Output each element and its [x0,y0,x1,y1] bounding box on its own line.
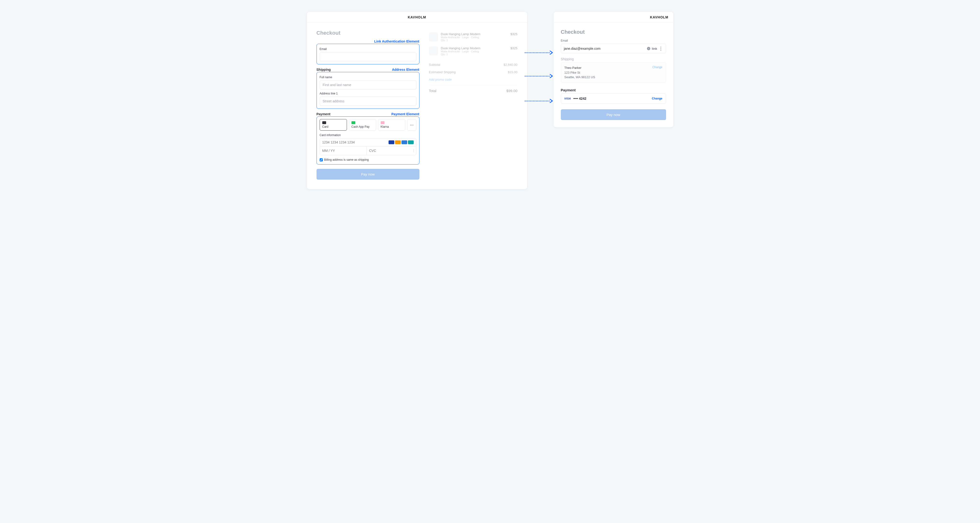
line-item-title: Dusk Hanging Lamp Modern [441,32,508,36]
cvc-input[interactable] [367,146,414,155]
product-thumb [429,32,438,41]
line-item-variant: Matte Anthracite · Large · Ceiling [441,36,508,39]
payment-element: Card Cash App Pay Klarna ⋯ [317,116,419,165]
visa-mark: VISA [565,97,571,100]
payment-summary-box: VISA •••• 4242 Change [561,94,666,103]
line-item-variant: Matte Anthracite · Large · Ceiling [441,50,508,53]
billing-same-checkbox[interactable] [320,158,323,161]
payment-method-card[interactable]: Card [320,119,347,130]
address-element: Full name Address line 1 [317,72,419,109]
line-item: Dusk Hanging Lamp Modern Matte Anthracit… [429,44,517,58]
shipping-label: Shipping [561,57,666,61]
email-label: Email [561,39,666,42]
address1-input[interactable] [320,97,416,106]
shipping-summary-box: Theo Parker 123 Pike St Seattle, WA 9812… [561,62,666,83]
pm-cashapp-label: Cash App Pay [352,125,374,129]
element-tag-payment: Payment Element [391,112,419,116]
line-item-qty: Qty: 1 [441,39,508,41]
order-summary: Dusk Hanging Lamp Modern Matte Anthracit… [429,30,517,180]
checkout-form: Checkout Link Authentication Element Ema… [317,30,419,180]
shipping-section-label: Shipping [317,68,331,72]
total-value: $99.00 [506,89,517,93]
total-label: Total [429,89,437,93]
checkout-preview-panel: KAVHOLM Checkout Email jane.diaz@example… [554,12,673,127]
payment-section-label: Payment [317,112,331,116]
line-item: Dusk Hanging Lamp Modern Matte Anthracit… [429,30,517,44]
card-masked-number: •••• 4242 [573,97,586,100]
shipping-name: Theo Parker [565,65,595,70]
payment-method-klarna[interactable]: Klarna [378,119,405,130]
pay-now-button[interactable]: Pay now [317,169,419,180]
brand-logo: KAVHOLM [307,12,527,23]
shipping-line1: 123 Pike St [565,70,595,75]
visa-icon [388,140,394,144]
checkout-builder-panel: KAVHOLM Checkout Link Authentication Ele… [307,12,527,189]
mapping-arrow-icon [525,98,554,104]
link-brand: link [652,47,657,51]
change-shipping-link[interactable]: Change [652,65,662,69]
payment-method-cashapp[interactable]: Cash App Pay [349,119,376,130]
mapping-arrow-icon [525,50,554,56]
payment-method-more[interactable]: ⋯ [407,119,416,130]
product-thumb [429,46,438,56]
pm-klarna-label: Klarna [381,125,402,129]
shipping-line2: Seattle, WA 98122 US [565,75,595,79]
brand-logo: KAVHOLM [554,12,673,23]
page-title: Checkout [561,29,666,35]
line-item-title: Dusk Hanging Lamp Modern [441,46,508,50]
card-info-label: Card information [320,134,416,137]
subtotal-label: Subtotal [429,63,441,67]
mastercard-icon [395,140,401,144]
unionpay-icon [408,140,414,144]
page-title: Checkout [317,30,419,36]
mapping-arrow-icon [525,73,554,79]
payment-label: Payment [561,88,666,92]
pm-card-label: Card [322,125,344,129]
line-item-price: $325 [511,32,517,41]
dots-icon: ⋯ [410,123,414,127]
address1-label: Address line 1 [320,92,416,95]
est-shipping-value: $15.00 [508,70,517,74]
add-promo-link[interactable]: Add promo code [429,76,517,83]
cashapp-icon [352,121,355,124]
line-item-price: $325 [511,46,517,56]
subtotal-value: $2,840.00 [504,63,517,67]
fullname-input[interactable] [320,80,416,89]
kebab-icon[interactable]: ⋮ [659,46,663,51]
expiry-input[interactable] [320,146,367,155]
link-arrow-icon: › [647,47,650,50]
email-input[interactable] [320,52,416,61]
est-shipping-label: Estimated Shipping [429,70,456,74]
card-icon [322,121,326,124]
change-payment-link[interactable]: Change [652,97,662,100]
amex-icon [401,140,407,144]
email-label: Email [320,47,416,51]
email-value: jane.diaz@example.com [564,47,601,51]
billing-same-label: Billing address is same as shipping [324,158,369,161]
line-item-qty: Qty: 1 [441,53,508,56]
email-filled-box[interactable]: jane.diaz@example.com › link ⋮ [561,44,666,53]
element-tag-address: Address Element [392,68,419,72]
link-authentication-element: Email [317,44,419,64]
fullname-label: Full name [320,76,416,79]
card-number-input[interactable] [322,140,388,144]
element-tag-auth: Link Authentication Element [374,40,419,43]
klarna-icon [381,121,385,124]
pay-now-button[interactable]: Pay now [561,109,666,120]
